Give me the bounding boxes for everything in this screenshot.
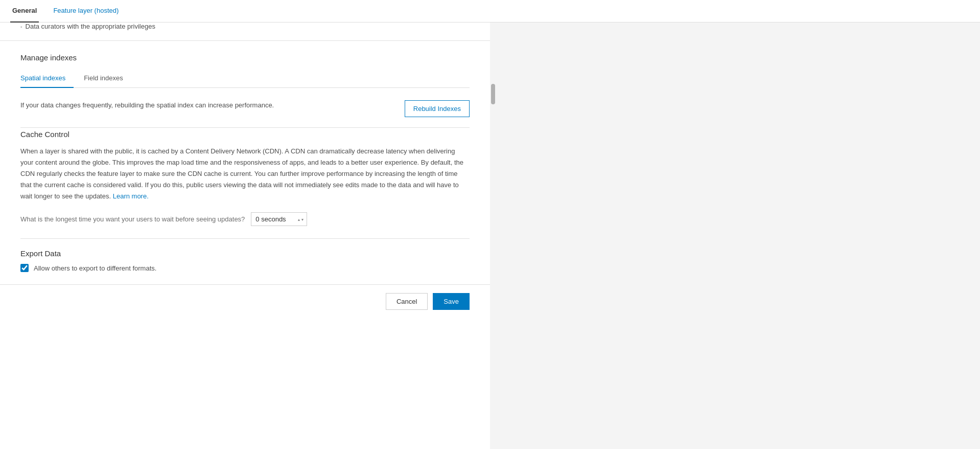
cancel-button[interactable]: Cancel [386, 293, 428, 310]
tab-general[interactable]: General [10, 0, 39, 23]
main-layout: ◦ Data curators with the appropriate pri… [0, 23, 980, 449]
tab-spatial-indexes[interactable]: Spatial indexes [20, 70, 74, 88]
export-checkbox-label[interactable]: Allow others to export to different form… [34, 264, 156, 272]
spatial-content: If your data changes frequently, rebuild… [20, 88, 470, 127]
cache-control-heading: Cache Control [20, 130, 470, 139]
cache-control-section: Cache Control When a layer is shared wit… [0, 128, 490, 238]
tab-feature-layer[interactable]: Feature layer (hosted) [51, 0, 121, 23]
cache-description-text: When a layer is shared with the public, … [20, 146, 470, 202]
right-panel [490, 23, 980, 449]
export-checkbox-row: Allow others to export to different form… [20, 264, 470, 272]
export-data-heading: Export Data [20, 249, 470, 258]
bullet-item: ◦ Data curators with the appropriate pri… [0, 23, 490, 40]
export-checkbox[interactable] [20, 264, 29, 272]
export-data-section: Export Data Allow others to export to di… [0, 239, 490, 284]
top-bar: General Feature layer (hosted) [0, 0, 980, 23]
cache-question-label: What is the longest time you want your u… [20, 215, 245, 223]
manage-indexes-section: Manage indexes Spatial indexes Field ind… [0, 41, 490, 127]
footer-actions: Cancel Save [0, 285, 490, 318]
cache-seconds-select[interactable]: 0 seconds 30 seconds 1 minute 5 minutes … [251, 212, 307, 226]
cache-select-wrapper: 0 seconds 30 seconds 1 minute 5 minutes … [251, 212, 307, 226]
scrollbar-thumb[interactable] [491, 84, 495, 104]
spatial-description: If your data changes frequently, rebuild… [20, 100, 394, 110]
save-button[interactable]: Save [433, 293, 470, 310]
indexes-tabs-row: Spatial indexes Field indexes [20, 70, 470, 88]
content-area: ◦ Data curators with the appropriate pri… [0, 23, 490, 449]
learn-more-link[interactable]: Learn more. [113, 192, 149, 200]
bullet-dot: ◦ [20, 24, 22, 30]
cache-input-row: What is the longest time you want your u… [20, 212, 470, 226]
manage-indexes-heading: Manage indexes [20, 53, 470, 62]
tab-field-indexes[interactable]: Field indexes [74, 70, 131, 88]
rebuild-indexes-button[interactable]: Rebuild Indexes [405, 100, 470, 117]
bullet-text: Data curators with the appropriate privi… [26, 23, 155, 30]
